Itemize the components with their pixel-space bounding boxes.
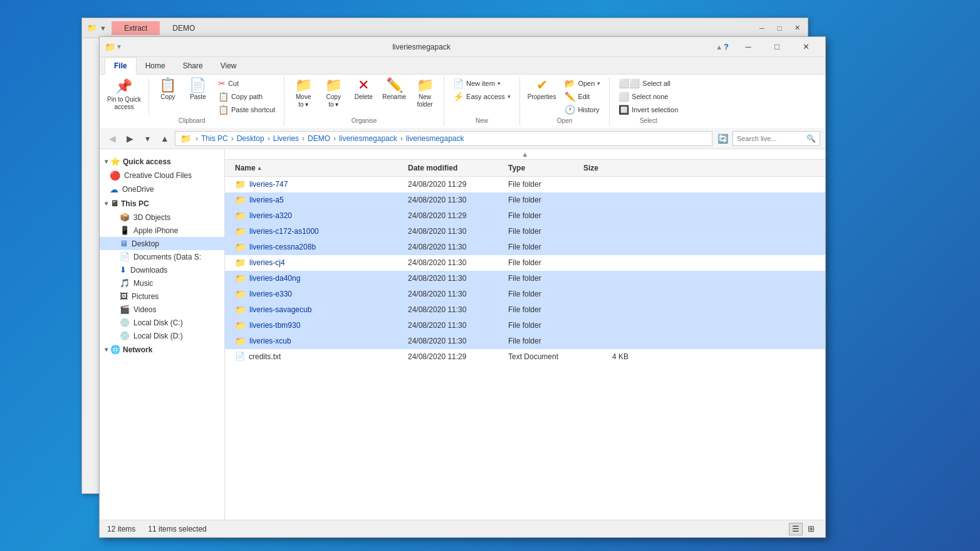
- col-header-size[interactable]: Size: [581, 162, 631, 174]
- sidebar-item-quick-access[interactable]: ▾ ⭐ Quick access: [100, 154, 224, 169]
- delete-button[interactable]: ✕ Delete: [350, 77, 377, 102]
- open-button[interactable]: 📂 Open ▾: [561, 77, 604, 90]
- close-button[interactable]: ✕: [791, 37, 820, 57]
- file-name-cell: 📁 liveries-e330: [230, 288, 405, 300]
- tab-file[interactable]: File: [105, 57, 137, 75]
- paste-shortcut-button[interactable]: 📋 Paste shortcut: [214, 103, 279, 116]
- path-sep-2: ›: [231, 134, 234, 143]
- file-date-cell: 24/08/2020 11:29: [405, 179, 506, 190]
- col-header-name[interactable]: Name ▲: [230, 162, 405, 174]
- sidebar-item-local-disk-d[interactable]: 💿 Local Disk (D:): [100, 329, 224, 342]
- open-label: Open: [578, 80, 595, 87]
- table-row[interactable]: 📁 liveries-xcub24/08/2020 11:30File fold…: [225, 333, 825, 349]
- titlebar-dropdown[interactable]: ▼: [116, 43, 122, 50]
- file-name-cell: 📁 liveries-a320: [230, 209, 405, 222]
- bg-minimize-button[interactable]: ─: [754, 22, 770, 34]
- sidebar-item-videos[interactable]: 🎬 Videos: [100, 303, 224, 316]
- col-header-type[interactable]: Type: [506, 162, 581, 174]
- sidebar-item-music[interactable]: 🎵 Music: [100, 276, 224, 290]
- cut-button[interactable]: ✂ Cut: [214, 77, 279, 90]
- table-row[interactable]: 📁 liveries-e33024/08/2020 11:30File fold…: [225, 286, 825, 302]
- desktop-icon: 🖥: [120, 239, 128, 248]
- select-all-button[interactable]: ⬜⬜ Select all: [615, 77, 682, 90]
- new-folder-label: Newfolder: [417, 93, 433, 108]
- collapse-ribbon-icon[interactable]: ▲: [716, 43, 722, 51]
- easy-access-button[interactable]: ⚡ Easy access ▾: [449, 90, 514, 103]
- search-input[interactable]: [737, 135, 806, 142]
- history-button[interactable]: 🕐 History: [561, 103, 604, 116]
- tab-view[interactable]: View: [212, 57, 246, 75]
- table-row[interactable]: 📁 liveries-tbm93024/08/2020 11:30File fo…: [225, 318, 825, 333]
- forward-button[interactable]: ▶: [122, 131, 137, 146]
- sidebar-item-documents[interactable]: 📄 Documents (Data S:: [100, 250, 224, 263]
- table-row[interactable]: 📁 liveries-a524/08/2020 11:30File folder: [225, 192, 825, 208]
- table-row[interactable]: 📁 liveries-cj424/08/2020 11:30File folde…: [225, 255, 825, 271]
- new-folder-button[interactable]: 📁 Newfolder: [411, 77, 439, 110]
- select-none-button[interactable]: ⬜ Select none: [615, 90, 682, 103]
- copy-button[interactable]: 📋 Copy: [154, 77, 182, 102]
- pin-to-quick-access-button[interactable]: 📌 Pin to Quickaccess: [105, 77, 143, 112]
- rename-button[interactable]: ✏️ Rename: [380, 77, 409, 102]
- select-none-label: Select none: [632, 93, 668, 100]
- sidebar-item-creative-cloud[interactable]: 🔴 Creative Cloud Files: [100, 169, 224, 182]
- paste-shortcut-label: Paste shortcut: [231, 106, 275, 113]
- table-row[interactable]: 📁 liveries-c172-as100024/08/2020 11:30Fi…: [225, 224, 825, 239]
- table-row[interactable]: 📁 liveries-74724/08/2020 11:29File folde…: [225, 177, 825, 192]
- up-button[interactable]: ▲: [157, 131, 172, 146]
- sidebar-item-onedrive[interactable]: ☁ OneDrive: [100, 182, 224, 196]
- tab-extract[interactable]: Extract: [112, 21, 160, 35]
- path-folder-icon: 📁: [180, 134, 191, 144]
- sidebar-item-pictures[interactable]: 🖼 Pictures: [100, 290, 224, 303]
- edit-button[interactable]: ✏️ Edit: [561, 90, 604, 103]
- path-mega2[interactable]: liveriesmegapack: [406, 134, 464, 143]
- address-path[interactable]: 📁 › This PC › Desktop › Liveries › DEMO …: [175, 131, 712, 146]
- sidebar-item-network[interactable]: ▾ 🌐 Network: [100, 342, 224, 357]
- sidebar-item-apple-iphone[interactable]: 📱 Apple iPhone: [100, 224, 224, 237]
- file-date-cell: 24/08/2020 11:30: [405, 288, 506, 300]
- sidebar-item-desktop[interactable]: 🖥 Desktop: [100, 237, 224, 250]
- path-this-pc[interactable]: This PC: [201, 134, 228, 143]
- file-size-cell: [581, 199, 631, 201]
- path-desktop[interactable]: Desktop: [237, 134, 264, 143]
- sidebar-item-local-disk-c[interactable]: 💿 Local Disk (C:): [100, 316, 224, 329]
- bg-maximize-button[interactable]: □: [771, 22, 788, 34]
- invert-selection-button[interactable]: 🔲 Invert selection: [615, 103, 682, 116]
- table-row[interactable]: 📁 liveries-savagecub24/08/2020 11:30File…: [225, 302, 825, 318]
- refresh-button[interactable]: 🔄: [715, 131, 730, 146]
- quick-access-star-icon: ⭐: [110, 157, 120, 166]
- bg-close-button[interactable]: ✕: [789, 22, 805, 34]
- tab-share[interactable]: Share: [174, 57, 212, 75]
- paste-button[interactable]: 📄 Paste: [184, 77, 212, 102]
- folder-icon: 📁: [235, 226, 246, 236]
- help-icon[interactable]: ?: [724, 42, 729, 51]
- sidebar-item-3d-objects[interactable]: 📦 3D Objects: [100, 211, 224, 224]
- maximize-button[interactable]: □: [763, 37, 791, 57]
- table-row[interactable]: 📄 credits.txt24/08/2020 11:29Text Docume…: [225, 349, 825, 364]
- list-view-button[interactable]: ☰: [789, 523, 803, 535]
- sidebar-item-downloads[interactable]: ⬇ Downloads: [100, 263, 224, 276]
- new-item-button[interactable]: 📄 New item ▾: [449, 77, 514, 90]
- table-row[interactable]: 📁 liveries-a32024/08/2020 11:29File fold…: [225, 208, 825, 224]
- path-liveries[interactable]: Liveries: [273, 134, 299, 143]
- minimize-button[interactable]: ─: [734, 37, 763, 57]
- sidebar-item-this-pc[interactable]: ▾ 🖥 This PC: [100, 196, 224, 211]
- back-button[interactable]: ◀: [105, 131, 120, 146]
- file-type-cell: File folder: [506, 273, 581, 284]
- copy-to-button[interactable]: 📁 Copyto ▾: [320, 77, 347, 110]
- table-row[interactable]: 📁 liveries-da40ng24/08/2020 11:30File fo…: [225, 271, 825, 286]
- tab-demo[interactable]: DEMO: [160, 21, 207, 35]
- file-size-cell: [581, 277, 631, 280]
- search-box[interactable]: 🔍: [732, 131, 820, 146]
- properties-button[interactable]: ✔ Properties: [525, 77, 559, 102]
- recent-button[interactable]: ▾: [140, 131, 155, 146]
- file-size-cell: [581, 230, 631, 233]
- tab-home[interactable]: Home: [137, 57, 174, 75]
- open-icon: 📂: [565, 78, 575, 88]
- table-row[interactable]: 📁 liveries-cessna208b24/08/2020 11:30Fil…: [225, 239, 825, 255]
- path-mega1[interactable]: liveriesmegapack: [339, 134, 397, 143]
- move-to-button[interactable]: 📁 Moveto ▾: [289, 77, 317, 110]
- copy-path-button[interactable]: 📋 Copy path: [214, 90, 279, 103]
- col-header-date[interactable]: Date modified: [405, 162, 506, 174]
- path-demo[interactable]: DEMO: [308, 134, 330, 143]
- details-view-button[interactable]: ⊞: [804, 523, 818, 535]
